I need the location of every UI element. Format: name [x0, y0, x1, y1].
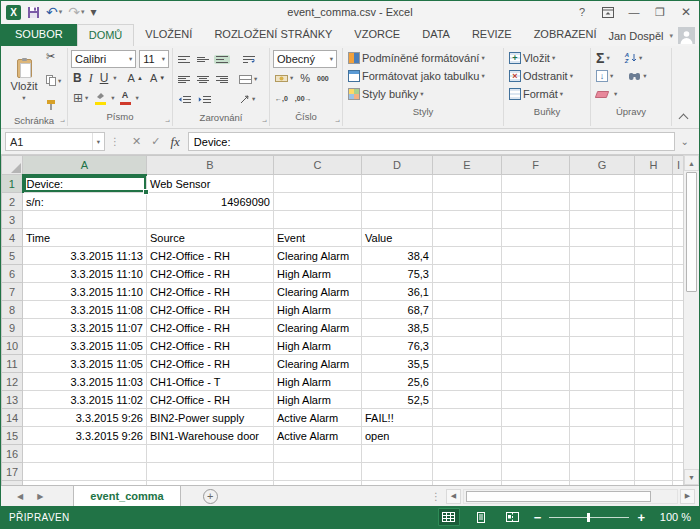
cell-D11[interactable]: 35,5 — [362, 355, 433, 373]
cell-A4[interactable]: Time — [23, 229, 147, 247]
row-header-6[interactable]: 6 — [2, 265, 23, 283]
cell-F15[interactable] — [502, 427, 570, 445]
cell-D12[interactable]: 25,6 — [362, 373, 433, 391]
cell-H13[interactable] — [635, 391, 673, 409]
align-left-icon[interactable] — [176, 75, 192, 84]
insert-function-icon[interactable]: fx — [170, 134, 179, 150]
cell-B15[interactable]: BIN1-Warehouse door — [147, 427, 274, 445]
cell-B17[interactable] — [147, 463, 274, 481]
decrease-font-size-icon[interactable]: A▼ — [148, 72, 167, 84]
cell-A14[interactable]: 3.3.2015 9:26 — [23, 409, 147, 427]
cell-E1[interactable] — [433, 175, 502, 193]
new-sheet-icon[interactable]: + — [203, 489, 218, 504]
cell-A8[interactable]: 3.3.2015 11:08 — [23, 301, 147, 319]
cell-A2[interactable]: s/n: — [23, 193, 147, 211]
cell-A1[interactable]: Device: — [23, 175, 147, 193]
align-top-icon[interactable] — [176, 55, 192, 64]
cell-D3[interactable] — [362, 211, 433, 229]
ribbon-display-options-icon[interactable] — [595, 1, 621, 23]
cell-E5[interactable] — [433, 247, 502, 265]
minimize-icon[interactable]: — — [621, 1, 647, 23]
row-header-12[interactable]: 12 — [2, 373, 23, 391]
percent-style-icon[interactable]: % — [298, 72, 312, 84]
cell-E12[interactable] — [433, 373, 502, 391]
page-layout-view-icon[interactable] — [470, 508, 492, 526]
zoom-in-icon[interactable]: + — [637, 511, 645, 524]
expand-formula-bar-icon[interactable]: ⌄ — [675, 136, 695, 147]
cell-F5[interactable] — [502, 247, 570, 265]
decrease-decimal-icon[interactable]: ,00→ — [293, 95, 314, 102]
sheet-nav-next-icon[interactable]: ▶ — [37, 492, 43, 501]
cell-D6[interactable]: 75,3 — [362, 265, 433, 283]
cell-C14[interactable]: Active Alarm — [274, 409, 362, 427]
cell-H7[interactable] — [635, 283, 673, 301]
cell-G4[interactable] — [570, 229, 635, 247]
borders-icon[interactable]: ⊞▾ — [71, 91, 90, 105]
user-menu-chevron-icon[interactable]: ▾ — [669, 32, 673, 40]
decrease-indent-icon[interactable] — [176, 95, 193, 104]
formula-bar-grip[interactable]: ⋮ — [105, 136, 124, 147]
font-color-icon[interactable]: A — [118, 92, 133, 105]
cell-B5[interactable]: CH2-Office - RH — [147, 247, 274, 265]
cell-F11[interactable] — [502, 355, 570, 373]
cell-B9[interactable]: CH2-Office - RH — [147, 319, 274, 337]
zoom-slider[interactable] — [549, 517, 629, 518]
cell-E18[interactable] — [433, 481, 502, 486]
cell-F14[interactable] — [502, 409, 570, 427]
vertical-scroll-thumb[interactable] — [686, 172, 697, 292]
increase-font-size-icon[interactable]: A▲ — [126, 72, 145, 84]
row-header-3[interactable]: 3 — [2, 211, 23, 229]
cell-B12[interactable]: CH1-Office - T — [147, 373, 274, 391]
row-header-16[interactable]: 16 — [2, 445, 23, 463]
cell-C9[interactable]: Clearing Alarm — [274, 319, 362, 337]
format-painter-icon[interactable] — [44, 100, 58, 110]
enter-icon[interactable]: ✓ — [151, 135, 160, 148]
save-icon[interactable] — [27, 6, 40, 19]
cell-A6[interactable]: 3.3.2015 11:10 — [23, 265, 147, 283]
cell-D17[interactable] — [362, 463, 433, 481]
collapse-ribbon-icon[interactable] — [679, 114, 689, 124]
wrap-text-icon[interactable] — [241, 55, 257, 64]
cell-D14[interactable]: FAIL!! — [362, 409, 433, 427]
cell-H3[interactable] — [635, 211, 673, 229]
redo-icon[interactable]: ↷▾ — [68, 7, 84, 17]
cell-E14[interactable] — [433, 409, 502, 427]
ribbon-tab-domu[interactable]: DOMŮ — [77, 24, 135, 46]
column-header-H[interactable]: H — [635, 156, 673, 175]
font-dialog-launcher-icon[interactable]: ⌐ — [165, 117, 170, 126]
cell-H1[interactable] — [635, 175, 673, 193]
cell-G17[interactable] — [570, 463, 635, 481]
cell-G7[interactable] — [570, 283, 635, 301]
cell-E2[interactable] — [433, 193, 502, 211]
cell-A11[interactable]: 3.3.2015 11:05 — [23, 355, 147, 373]
find-select-icon[interactable]: ▾ — [626, 71, 648, 81]
cell-E11[interactable] — [433, 355, 502, 373]
ribbon-tab-zobrazeni[interactable]: ZOBRAZENÍ — [523, 24, 608, 46]
cell-H11[interactable] — [635, 355, 673, 373]
hscroll-grip[interactable]: ⋮ — [427, 491, 444, 502]
delete-cells-button[interactable]: ×Odstranit▾ — [507, 70, 575, 82]
cell-G13[interactable] — [570, 391, 635, 409]
cell-D9[interactable]: 38,5 — [362, 319, 433, 337]
scroll-right-icon[interactable]: ▶ — [680, 489, 695, 504]
ribbon-tab-vlozeni[interactable]: VLOŽENÍ — [134, 24, 203, 46]
row-header-15[interactable]: 15 — [2, 427, 23, 445]
horizontal-scroll-thumb[interactable] — [466, 491, 651, 502]
align-bottom-icon[interactable] — [214, 55, 230, 64]
cell-H18[interactable] — [635, 481, 673, 486]
cell-C1[interactable] — [274, 175, 362, 193]
autosum-icon[interactable]: Σ▾ — [594, 52, 612, 64]
cell-C17[interactable] — [274, 463, 362, 481]
cell-B16[interactable] — [147, 445, 274, 463]
cell-C12[interactable]: High Alarm — [274, 373, 362, 391]
font-size-combo[interactable]: 11▾ — [139, 50, 169, 68]
row-header-10[interactable]: 10 — [2, 337, 23, 355]
fill-color-icon[interactable] — [93, 92, 108, 105]
user-avatar-icon[interactable] — [678, 27, 695, 44]
fill-icon[interactable]: ↓▾ — [594, 70, 615, 82]
cell-F2[interactable] — [502, 193, 570, 211]
cell-H16[interactable] — [635, 445, 673, 463]
cell-F7[interactable] — [502, 283, 570, 301]
cell-C2[interactable] — [274, 193, 362, 211]
cell-F12[interactable] — [502, 373, 570, 391]
